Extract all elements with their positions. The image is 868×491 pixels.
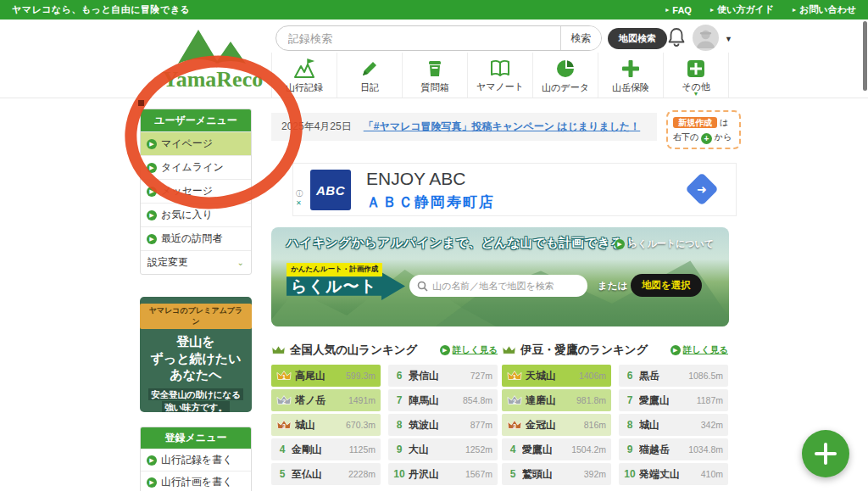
ranking-row[interactable]: 8城山342m [619,414,728,436]
play-bullet-icon: ▶ [147,234,157,244]
sidebar-item[interactable]: ▶山行計画を書く [141,471,251,491]
nav-item-plus-square[interactable]: その他▼ [663,53,728,98]
mountain-name: 鷲頭山 [522,467,581,482]
share-arrow-icon[interactable]: ➜ [685,172,719,206]
ranking-row[interactable]: 6黒岳1086.5m [619,365,728,387]
mountain-name: 至仏山 [292,467,345,482]
rank-number: 8 [393,419,405,431]
site-header: YamaReco 検索 地図検索 ▼ 山行記録日記質問箱ヤマノート山のデータ山岳… [0,20,868,98]
sidebar-item[interactable]: ▶タイムライン [141,155,251,179]
red-annotation-dot [138,100,144,106]
ranking-row[interactable]: 1高尾山599.3m [271,365,381,387]
svg-text:1: 1 [513,373,516,381]
premium-plan-banner[interactable]: ヤマレコのプレミアムプラン 登山を ずっと続けたい あなたへ 安全登山の助けにな… [140,297,252,412]
user-menu-panel: ユーザーメニュー ▶マイページ▶タイムライン▶メッセージ▶お気に入り▶最近の訪問… [140,109,252,275]
rank-number: 9 [624,444,636,455]
topbar-link[interactable]: ▸使い方ガイド [710,3,774,16]
ranking-row[interactable]: 3金冠山816m [502,414,611,436]
map-search-input[interactable] [432,281,580,291]
ranking-row[interactable]: 7陣馬山854.8m [388,389,498,411]
mountain-height: 727m [470,371,492,381]
mountain-height: 410m [701,469,723,479]
campaign-link[interactable]: 「#ヤマレコ冒険写真」投稿キャンペーン はじまりました！ [364,120,641,134]
sidebar-item[interactable]: ▶山行記録を書く [141,449,251,471]
ranking-row[interactable]: 10発端丈山410m [619,463,728,485]
mountain-height: 392m [584,469,606,479]
sidebar-item[interactable]: ▶マイページ [141,131,251,155]
ranking-row[interactable]: 5至仏山2228m [271,463,381,485]
rank-crown-icon: 1 [507,370,522,382]
user-avatar[interactable] [693,25,719,51]
ranking-row[interactable]: 9猫越岳1034.8m [619,438,728,460]
topbar-link[interactable]: ▸FAQ [665,3,692,16]
ranking-row[interactable]: 8筑波山877m [388,414,498,436]
sidebar-item[interactable]: ▶最近の訪問者 [141,226,251,250]
sidebar-item[interactable]: ▶メッセージ [141,179,251,203]
ranking-row[interactable]: 1天城山1406m [502,365,611,387]
chevron-down-icon: ▼ [693,91,699,97]
see-more-link[interactable]: ▶詳しく見る [440,344,498,356]
play-bullet-icon: ▶ [147,139,157,149]
sidebar-item-settings[interactable]: 設定変更 ⌄ [141,250,251,274]
pencil-icon [359,59,380,79]
map-search-button[interactable]: 地図検索 [608,28,667,49]
topbar-links: ▸FAQ▸使い方ガイド▸お問い合わせ [665,3,856,16]
sidebar-item-label: タイムライン [161,160,224,175]
scrollbar-thumb[interactable] [863,21,867,91]
svg-text:1: 1 [282,373,286,381]
arrow-right-icon: ▸ [793,6,796,14]
ranking-row[interactable]: 10丹沢山1567m [388,463,498,485]
see-more-link[interactable]: ▶詳しく見る [670,344,728,356]
mountain-name: 城山 [295,418,342,432]
or-text: または [598,280,627,293]
ranking-row[interactable]: 7愛鷹山1187m [619,389,728,411]
notification-bell-icon[interactable] [667,27,687,49]
rank-crown-icon: 1 [276,370,292,382]
nav-item-plus[interactable]: 山岳保険 [598,53,663,98]
mountain-height: 342m [701,420,723,430]
nav-item-pencil[interactable]: 日記 [337,53,402,98]
ranking-row[interactable]: 2塔ノ岳1491m [271,389,381,411]
ad-title: ENJOY ABC [366,169,466,189]
mountain-height: 1567m [465,469,492,479]
search-input[interactable] [276,26,560,50]
create-new-button[interactable]: 新規作成 [673,117,717,128]
rank-crown-icon: 2 [507,394,522,406]
search-button[interactable]: 検索 [560,26,601,50]
mountain-name: 金冠山 [526,418,581,432]
play-bullet-icon: ▶ [440,345,450,355]
sidebar-item[interactable]: ▶お気に入り [141,203,251,226]
nav-item-open-book[interactable]: ヤマノート [467,53,532,98]
crown-icon [271,344,286,356]
create-hint-box: 新規作成 は 右下の + から [666,110,741,149]
create-fab-button[interactable] [802,430,849,477]
yamareco-logo[interactable]: YamaReco [158,23,268,92]
mountain-name: 金剛山 [292,443,346,457]
ranking-row[interactable]: 4愛鷹山1504.2m [502,438,611,460]
rank-number: 9 [393,444,405,455]
nav-item-mountain-flag[interactable]: 山行記録 [271,53,337,98]
topbar-link[interactable]: ▸お問い合わせ [793,3,856,16]
ranking-row[interactable]: 6景信山727m [388,365,498,387]
play-bullet-icon: ▶ [147,477,157,488]
nav-item-pie-chart[interactable]: 山のデータ [532,53,598,98]
select-map-button[interactable]: 地図を選択 [631,274,702,297]
ranking-row[interactable]: 4金剛山1125m [271,438,381,460]
ranking-row[interactable]: 2達磨山981.8m [502,389,611,411]
sidebar-item-label: マイページ [161,137,213,151]
ranking-row[interactable]: 9大山1252m [388,438,498,460]
nav-item-question-box[interactable]: 質問箱 [402,53,467,98]
ad-banner[interactable]: ⓘ✕ ABC ENJOY ABC ＡＢＣ静岡寿町店 ➜ [292,163,737,216]
ranking-row[interactable]: 5鷲頭山392m [502,463,611,485]
magnifier-icon [417,281,428,292]
sidebar-item-label: 最近の訪問者 [161,232,222,246]
account-menu-caret-icon[interactable]: ▼ [725,35,732,43]
mountain-name: 猫越岳 [639,443,685,457]
ranking-row[interactable]: 3城山670.3m [271,414,381,436]
rank-number: 10 [624,468,636,480]
rakuroute-about-link[interactable]: ▶ らくルートについて [615,237,714,250]
rank-crown-icon: 2 [276,394,292,406]
mountain-name: 塔ノ岳 [295,393,345,408]
rank-number: 6 [393,370,405,382]
ad-badges[interactable]: ⓘ✕ [296,189,303,208]
